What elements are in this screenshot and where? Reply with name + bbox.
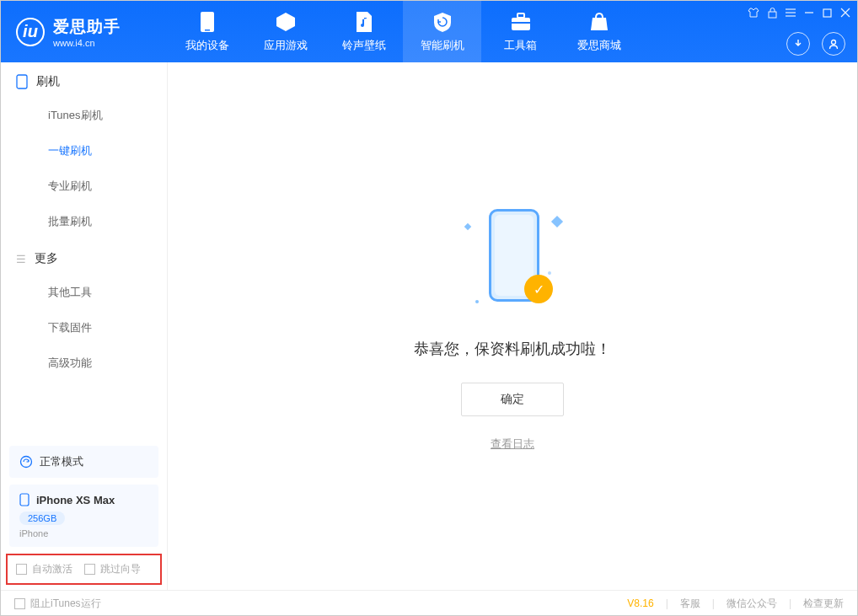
tab-my-device[interactable]: 我的设备 xyxy=(168,1,246,62)
window-controls-top xyxy=(748,4,850,21)
phone-small-icon xyxy=(19,493,29,506)
app-name: 爱思助手 xyxy=(53,16,121,38)
shield-sync-icon xyxy=(432,11,453,33)
device-info-card[interactable]: iPhone XS Max 256GB iPhone xyxy=(9,485,158,547)
statusbar: 阻止iTunes运行 V8.16 | 客服 | 微信公众号 | 检查更新 xyxy=(1,590,857,616)
sparkle-icon xyxy=(548,271,551,275)
tab-toolbox[interactable]: 工具箱 xyxy=(481,1,560,62)
svg-rect-2 xyxy=(512,18,530,30)
minimize-button[interactable] xyxy=(804,8,814,18)
tab-apps-games[interactable]: 应用游戏 xyxy=(246,1,324,62)
success-message: 恭喜您，保资料刷机成功啦！ xyxy=(414,339,611,359)
sidebar-item-oneclick-flash[interactable]: 一键刷机 xyxy=(1,133,167,169)
logo-area: iu 爱思助手 www.i4.cn xyxy=(1,16,168,48)
sidebar-section-flash: 刷机 xyxy=(1,62,167,98)
wechat-link[interactable]: 微信公众号 xyxy=(727,597,777,611)
music-file-icon xyxy=(353,11,375,33)
checkbox-auto-activate[interactable]: 自动激活 xyxy=(16,562,72,576)
sidebar-item-advanced[interactable]: 高级功能 xyxy=(1,345,167,381)
lock-icon[interactable] xyxy=(768,8,777,19)
success-illustration: ✓ xyxy=(453,201,571,319)
svg-rect-3 xyxy=(517,13,524,18)
menu-icon[interactable] xyxy=(786,8,796,17)
checkbox-icon xyxy=(14,598,25,609)
sidebar-section-more: ☰ 更多 xyxy=(1,239,167,275)
toolbox-icon xyxy=(510,11,532,33)
sidebar-item-batch-flash[interactable]: 批量刷机 xyxy=(1,204,167,239)
sidebar-item-itunes-flash[interactable]: iTunes刷机 xyxy=(1,98,167,133)
check-update-link[interactable]: 检查更新 xyxy=(803,597,844,611)
checkbox-skip-wizard[interactable]: 跳过向导 xyxy=(84,562,141,576)
app-logo-icon: iu xyxy=(16,18,45,46)
ok-button[interactable]: 确定 xyxy=(461,383,564,416)
svg-rect-5 xyxy=(769,12,776,18)
logo-text: 爱思助手 www.i4.cn xyxy=(53,16,121,48)
svg-rect-14 xyxy=(17,75,27,88)
device-storage-badge: 256GB xyxy=(19,512,65,525)
device-mode-text: 正常模式 xyxy=(40,454,83,469)
main-content: ✓ 恭喜您，保资料刷机成功啦！ 确定 查看日志 xyxy=(168,62,857,590)
sync-icon xyxy=(19,455,33,469)
device-type-text: iPhone xyxy=(19,528,148,538)
sidebar-item-download-firmware[interactable]: 下载固件 xyxy=(1,310,167,345)
titlebar: iu 爱思助手 www.i4.cn 我的设备 应用游戏 铃声壁纸 xyxy=(1,1,857,62)
tab-ringtones-wallpapers[interactable]: 铃声壁纸 xyxy=(324,1,403,62)
svg-rect-4 xyxy=(512,22,530,24)
svg-point-13 xyxy=(832,40,836,45)
options-row: 自动激活 跳过向导 xyxy=(6,554,162,585)
svg-rect-16 xyxy=(20,494,29,506)
device-panel: 正常模式 iPhone XS Max 256GB iPhone 自动激活 跳过向… xyxy=(1,439,167,590)
bag-icon xyxy=(588,11,610,33)
svg-rect-0 xyxy=(201,12,214,32)
device-icon xyxy=(196,11,218,33)
tab-store[interactable]: 爱思商城 xyxy=(560,1,638,62)
svg-point-15 xyxy=(21,457,32,468)
svg-rect-1 xyxy=(205,29,210,31)
check-badge-icon: ✓ xyxy=(524,275,553,303)
sidebar-item-pro-flash[interactable]: 专业刷机 xyxy=(1,169,167,204)
cube-icon xyxy=(275,11,297,33)
sparkle-icon xyxy=(475,300,479,303)
sparkle-icon xyxy=(464,223,471,230)
svg-rect-10 xyxy=(823,9,831,17)
version-text: V8.16 xyxy=(627,597,653,609)
view-log-link[interactable]: 查看日志 xyxy=(491,437,534,452)
sparkle-icon xyxy=(551,216,563,228)
body: 刷机 iTunes刷机 一键刷机 专业刷机 批量刷机 ☰ 更多 其他工具 下载固… xyxy=(1,62,857,590)
list-icon: ☰ xyxy=(16,253,26,265)
nav-tabs: 我的设备 应用游戏 铃声壁纸 智能刷机 工具箱 xyxy=(168,1,638,62)
checkbox-icon xyxy=(16,564,27,575)
app-url: www.i4.cn xyxy=(53,38,121,48)
window-controls-bottom xyxy=(786,32,845,56)
maximize-button[interactable] xyxy=(823,8,832,18)
shirt-icon[interactable] xyxy=(748,8,759,18)
sidebar-item-other-tools[interactable]: 其他工具 xyxy=(1,275,167,310)
download-icon[interactable] xyxy=(786,32,810,56)
customer-service-link[interactable]: 客服 xyxy=(680,597,700,611)
sidebar: 刷机 iTunes刷机 一键刷机 专业刷机 批量刷机 ☰ 更多 其他工具 下载固… xyxy=(1,62,168,590)
checkbox-block-itunes[interactable]: 阻止iTunes运行 xyxy=(14,597,101,611)
tab-smart-flash[interactable]: 智能刷机 xyxy=(403,1,481,62)
device-mode-card[interactable]: 正常模式 xyxy=(9,446,158,478)
close-button[interactable] xyxy=(840,8,850,18)
user-icon[interactable] xyxy=(822,32,845,56)
phone-outline-icon xyxy=(16,74,28,89)
checkbox-icon xyxy=(84,564,95,575)
device-name-text: iPhone XS Max xyxy=(36,494,115,506)
